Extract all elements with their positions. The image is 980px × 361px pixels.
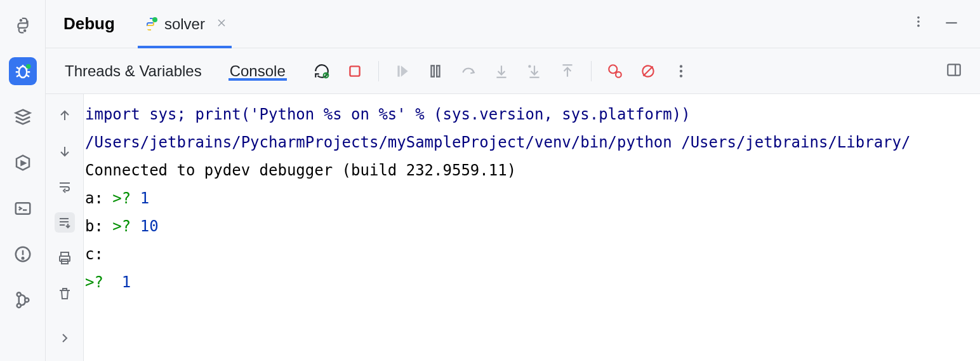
svg-point-6: [22, 257, 23, 259]
svg-rect-15: [350, 66, 359, 76]
prompt-label: b:: [85, 217, 112, 235]
print-icon[interactable]: [55, 248, 75, 268]
step-out-icon[interactable]: [558, 62, 577, 81]
svg-rect-16: [397, 65, 399, 76]
soft-wrap-icon[interactable]: [55, 177, 75, 197]
svg-point-19: [529, 65, 530, 67]
clear-icon[interactable]: [55, 283, 75, 304]
svg-point-23: [680, 65, 682, 67]
stack-toolwindow-icon[interactable]: [9, 103, 37, 131]
svg-rect-4: [15, 203, 30, 214]
run-config-tab[interactable]: solver: [138, 0, 232, 48]
step-over-icon[interactable]: [459, 62, 478, 81]
prompt-label: c:: [85, 245, 112, 263]
svg-rect-17: [431, 65, 434, 76]
console-tab[interactable]: Console: [228, 62, 287, 80]
svg-rect-18: [437, 65, 439, 76]
debug-tab-bar: Debug solver: [46, 0, 980, 48]
svg-point-24: [680, 69, 682, 72]
svg-point-3: [26, 64, 31, 69]
prompt-marker: >?: [112, 217, 140, 235]
debug-title: Debug: [63, 14, 115, 34]
terminal-toolwindow-icon[interactable]: [9, 194, 37, 222]
step-into-icon[interactable]: [492, 62, 511, 81]
prompt-marker: >?: [112, 189, 140, 207]
minimize-icon[interactable]: [943, 15, 960, 34]
prompt-marker: >?: [85, 273, 122, 291]
threads-variables-tab[interactable]: Threads & Variables: [63, 62, 203, 80]
stop-icon[interactable]: [345, 62, 364, 81]
svg-point-8: [17, 304, 20, 308]
python-toolwindow-icon[interactable]: [9, 11, 37, 39]
svg-point-10: [152, 17, 157, 22]
more-options-icon[interactable]: [911, 15, 925, 34]
vcs-toolwindow-icon[interactable]: [9, 286, 37, 314]
debug-toolwindow-icon[interactable]: [9, 57, 37, 85]
toolbar-separator: [591, 61, 592, 81]
console-output[interactable]: import sys; print('Python %s on %s' % (s…: [84, 94, 980, 361]
toolbar-more-icon[interactable]: [672, 62, 691, 81]
services-toolwindow-icon[interactable]: [9, 149, 37, 177]
svg-point-7: [17, 292, 20, 296]
console-line: Connected to pydev debugger (build 232.9…: [85, 161, 516, 179]
scroll-down-icon[interactable]: [55, 141, 75, 161]
left-toolstripe: [0, 0, 46, 361]
svg-point-25: [680, 74, 682, 77]
svg-point-1: [24, 30, 25, 31]
mute-breakpoints-icon[interactable]: [639, 62, 658, 81]
layout-settings-icon[interactable]: [946, 62, 980, 81]
svg-point-12: [917, 20, 920, 23]
svg-point-0: [20, 20, 21, 21]
scroll-to-end-icon[interactable]: [55, 212, 75, 233]
console-line: import sys; print('Python %s on %s' % (s…: [85, 106, 691, 123]
run-config-name: solver: [164, 15, 205, 33]
close-tab-icon[interactable]: [216, 17, 227, 31]
svg-rect-26: [948, 64, 960, 75]
input-value: 1: [122, 273, 131, 291]
resume-icon[interactable]: [393, 62, 412, 81]
problems-toolwindow-icon[interactable]: [9, 240, 37, 268]
expand-icon[interactable]: [55, 328, 75, 348]
input-value: 10: [140, 217, 159, 235]
console-gutter: [46, 94, 84, 361]
svg-point-13: [917, 24, 920, 27]
console-body: import sys; print('Python %s on %s' % (s…: [46, 94, 980, 361]
svg-point-21: [616, 72, 621, 78]
view-breakpoints-icon[interactable]: [606, 62, 625, 81]
main-area: Debug solver Thread: [46, 0, 980, 361]
pause-icon[interactable]: [426, 62, 445, 81]
rerun-icon[interactable]: [312, 62, 331, 81]
debug-subrow: Threads & Variables Console: [46, 48, 980, 94]
step-into-my-code-icon[interactable]: [525, 62, 544, 81]
input-value: 1: [140, 189, 149, 207]
python-file-icon: [143, 17, 158, 32]
console-line: /Users/jetbrains/PycharmProjects/mySampl…: [85, 133, 910, 151]
svg-point-20: [609, 65, 617, 73]
svg-point-11: [917, 16, 920, 18]
debug-toolbar: [312, 61, 691, 81]
svg-point-2: [18, 67, 27, 78]
prompt-label: a:: [85, 189, 112, 207]
toolbar-separator: [378, 61, 379, 81]
scroll-up-icon[interactable]: [55, 106, 75, 126]
